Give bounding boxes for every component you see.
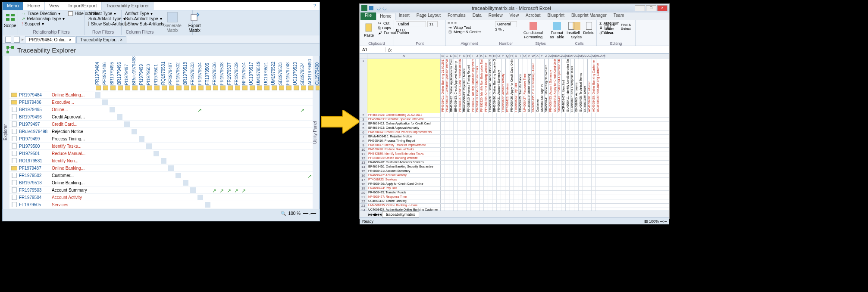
cell[interactable] [596,169,600,173]
cell[interactable] [510,130,514,134]
cell[interactable] [570,148,574,152]
cell[interactable] [497,135,501,139]
cell[interactable] [548,113,553,117]
cell[interactable] [441,199,445,203]
cell[interactable] [484,191,488,195]
cell[interactable] [467,169,471,173]
cell[interactable] [454,156,458,160]
cell[interactable] [518,130,523,134]
col-header[interactable]: A [367,54,441,59]
cell[interactable] [484,152,488,156]
vertical-header-cell[interactable]: UC4668432: Online Banking [527,59,531,113]
cell[interactable] [579,174,583,177]
cell[interactable] [475,165,479,169]
col-sub-artifact[interactable]: Sub-Artifact Type▾ [124,16,155,21]
cell[interactable] [531,191,536,195]
cell[interactable] [441,130,445,134]
cell[interactable] [566,139,570,143]
cell[interactable] [462,156,467,160]
cell[interactable] [462,191,467,195]
cell[interactable] [579,139,583,143]
nav-first-icon[interactable]: ⏮ [368,212,372,217]
cell[interactable] [570,191,574,195]
cell[interactable] [544,208,548,211]
cell[interactable] [574,130,579,134]
cell[interactable] [540,186,544,190]
vertical-header-cell[interactable]: ACR4668407: Identified [561,59,566,113]
cell[interactable] [458,191,462,195]
explorer-panel-tab[interactable]: Explorer [3,56,9,209]
cell[interactable] [579,148,583,152]
cell[interactable] [501,152,505,156]
cell[interactable] [531,182,536,186]
cell[interactable] [561,135,566,139]
cell[interactable] [518,178,523,182]
table-row[interactable]: FR1979504Account Activity [9,194,313,201]
cell[interactable] [471,143,475,147]
cell[interactable] [454,178,458,182]
cell[interactable] [523,199,527,203]
cell[interactable] [475,199,479,203]
cell[interactable] [574,204,579,208]
cell[interactable] [540,169,544,173]
cell[interactable] [557,122,561,126]
cell[interactable] [540,208,544,211]
col-header[interactable]: RQ1979531 [161,62,168,85]
cell[interactable] [501,174,505,177]
cell[interactable] [531,174,536,177]
cell[interactable] [441,165,445,169]
cell[interactable] [536,122,540,126]
cell[interactable] [527,165,531,169]
vertical-header-cell[interactable]: FR4668424: Pay Bills [514,59,518,113]
cell[interactable] [462,130,467,134]
cell[interactable] [497,148,501,152]
cell[interactable] [505,126,510,130]
cell[interactable] [557,156,561,160]
cell[interactable] [454,152,458,156]
cell[interactable] [510,169,514,173]
generate-matrix-button[interactable]: Generate Matrix [161,11,184,34]
cell[interactable] [587,122,592,126]
cell[interactable] [467,143,471,147]
cell[interactable] [479,156,484,160]
cell[interactable] [531,204,536,208]
cell[interactable] [462,148,467,152]
cell[interactable] [540,199,544,203]
col-header[interactable]: FR1979506 [212,62,219,85]
col-header[interactable]: GL1979490 [315,62,320,85]
cell[interactable] [548,174,553,177]
cell[interactable] [484,113,488,117]
cell[interactable] [579,186,583,190]
cell[interactable] [596,118,600,121]
cell[interactable] [553,135,557,139]
cell[interactable] [536,191,540,195]
cell[interactable] [484,186,488,190]
cell[interactable] [553,178,557,182]
cell[interactable] [497,122,501,126]
cell[interactable] [467,208,471,211]
cell[interactable] [445,169,449,173]
cell[interactable] [467,139,471,143]
cell[interactable] [497,182,501,186]
close-icon[interactable]: × [69,37,72,42]
col-header[interactable]: PI1979499 [139,64,146,85]
col-header[interactable]: UC1979520 [293,62,300,85]
cell[interactable] [488,122,492,126]
row-label-cell[interactable]: PR4668401: Online Banking 21.02.2013 [367,113,441,117]
cell[interactable] [583,199,587,203]
cell[interactable] [458,161,462,165]
cell[interactable] [445,130,449,134]
cell[interactable] [544,148,548,152]
zoom-slider[interactable]: ━━○━━ [303,211,316,216]
cell[interactable] [570,174,574,177]
row-header[interactable]: 8 [360,139,367,143]
cell[interactable] [454,161,458,165]
cell[interactable] [479,174,484,177]
font-size[interactable]: 11 [427,21,438,27]
cell[interactable] [497,195,501,199]
cell[interactable] [540,122,544,126]
row-header[interactable]: 3 [360,118,367,122]
cell[interactable] [492,178,497,182]
sheet-tab[interactable]: traceabilitymatrix [382,211,419,217]
cell[interactable] [583,186,587,190]
